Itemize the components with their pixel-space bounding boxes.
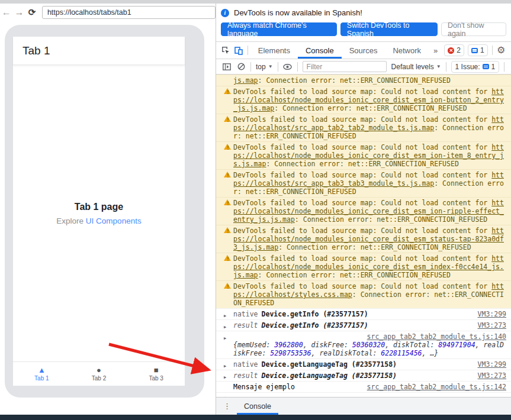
- log-kind-label: result: [233, 371, 258, 380]
- tab-console[interactable]: Console: [298, 42, 342, 59]
- context-selector[interactable]: top ▼: [253, 63, 275, 71]
- warning-text: DevTools failed to load source map: Coul…: [233, 282, 491, 290]
- url-bar[interactable]: https://localhost/tabs/tab1: [42, 6, 216, 19]
- console-warning-row: DevTools failed to load source map: Coul…: [216, 280, 511, 308]
- log-levels-selector[interactable]: Default levels ▼: [389, 63, 443, 71]
- expand-triangle-icon[interactable]: ▶: [224, 373, 226, 382]
- console-warning-row: DevTools failed to load source map: Coul…: [216, 141, 511, 169]
- console-warning-row: DevTools failed to load source map: Coul…: [216, 197, 511, 225]
- circle-icon: ●: [97, 366, 101, 374]
- warning-text: DevTools failed to load source map: Coul…: [233, 254, 491, 263]
- object-preview: ▶{memUsed: 3962800, diskFree: 50360320, …: [233, 341, 506, 357]
- taskbar-edge: [0, 415, 511, 420]
- inspect-element-icon[interactable]: [221, 44, 231, 56]
- source-location-link[interactable]: VM3:273: [472, 321, 506, 329]
- ui-components-link[interactable]: UI Components: [86, 217, 142, 225]
- devtools-tabbar: ElementsConsoleSourcesNetwork » ✕ 2 1 ⚙: [216, 41, 511, 59]
- console-warning-row: js.map: Connection error: net::ERR_CONNE…: [216, 75, 511, 86]
- app-tab-tab2[interactable]: ●Tab 2: [70, 362, 128, 386]
- expand-triangle-icon[interactable]: ▶: [224, 362, 226, 370]
- don-t-show-again-button[interactable]: Don't show again: [441, 22, 506, 36]
- source-location-link[interactable]: VM3:299: [472, 360, 506, 369]
- triangle-icon: ▲: [38, 366, 46, 374]
- chevron-down-icon: ▼: [436, 64, 441, 69]
- info-icon: i: [221, 9, 229, 17]
- number-value: 5298753536: [270, 349, 311, 357]
- source-map-link[interactable]: js.map: [233, 76, 258, 85]
- banner-text: DevTools is now available in Spanish!: [234, 8, 362, 17]
- warning-icon: [224, 199, 231, 205]
- back-icon[interactable]: ←: [0, 6, 13, 19]
- console-warning-row: DevTools failed to load source map: Coul…: [216, 169, 511, 197]
- reload-icon[interactable]: ⟳: [25, 6, 38, 19]
- issues-button[interactable]: 1 Issue: 1: [451, 61, 500, 73]
- console-warning-row: DevTools failed to load source map: Coul…: [216, 225, 511, 253]
- warning-text: DevTools failed to load source map: Coul…: [233, 199, 491, 207]
- app-header: Tab 1: [13, 37, 185, 65]
- clear-console-icon[interactable]: [235, 61, 247, 73]
- more-tabs-icon[interactable]: »: [429, 46, 442, 55]
- drawer-tab-console[interactable]: Console: [237, 398, 278, 415]
- app-content: Tab 1 page Explore UI Components: [13, 65, 185, 361]
- tab-elements[interactable]: Elements: [250, 42, 298, 59]
- page-title: Tab 1 page: [75, 202, 123, 212]
- console-warning-row: DevTools failed to load source map: Coul…: [216, 114, 511, 141]
- settings-gear-icon[interactable]: ⚙: [496, 44, 506, 56]
- switch-devtools-to-spanish-button[interactable]: Switch DevTools to Spanish: [340, 22, 438, 36]
- expand-triangle-icon[interactable]: ▶: [224, 312, 226, 320]
- tab-network[interactable]: Network: [385, 42, 429, 59]
- app-tab-tab3[interactable]: ■Tab 3: [127, 362, 185, 386]
- devtools-language-banner: i DevTools is now available in Spanish! …: [216, 4, 511, 41]
- source-location-link[interactable]: src_app_tab2_tab2_module_ts.js:140: [361, 332, 506, 341]
- always-match-chrome-s-language-button[interactable]: Always match Chrome's language: [221, 22, 337, 36]
- number-value: 6228115456: [381, 349, 422, 357]
- expand-triangle-icon[interactable]: ▶: [224, 323, 226, 331]
- filter-input[interactable]: [303, 61, 387, 72]
- warning-text: DevTools failed to load source map: Coul…: [233, 88, 491, 96]
- log-kind-label: native: [233, 310, 258, 318]
- chat-icon: [483, 64, 489, 69]
- warning-text: : Connection error: net::ERR_CONNECTION_…: [266, 160, 458, 168]
- log-message: Mensaje ejemplo: [233, 383, 295, 391]
- source-location-link[interactable]: src_app_tab2_tab2_module_ts.js:142: [361, 383, 506, 391]
- app-tab-label: Tab 2: [92, 375, 106, 382]
- warning-text: : Connection error: net::ERR_CONNECTION_…: [295, 215, 487, 224]
- tab-sources[interactable]: Sources: [342, 42, 385, 59]
- log-message: Device.getInfo (#23577157): [262, 310, 368, 318]
- device-frame: Tab 1 Tab 1 page Explore UI Components ▲…: [5, 25, 204, 398]
- kebab-menu-icon[interactable]: ⋮: [223, 402, 231, 411]
- console-toolbar: top ▼ Default levels ▼ 1 Issue: 1: [216, 59, 511, 75]
- source-location-link[interactable]: VM3:299: [472, 310, 506, 318]
- app-tab-tab1[interactable]: ▲Tab 1: [13, 362, 70, 386]
- square-icon: ■: [154, 366, 159, 374]
- expand-triangle-icon[interactable]: ▶: [224, 334, 226, 343]
- console-object-row: src_app_tab2_tab2_module_ts.js:140▶{memU…: [216, 331, 511, 358]
- explore-line: Explore UI Components: [56, 217, 141, 225]
- error-icon: ✕: [448, 47, 454, 54]
- source-location-link[interactable]: VM3:273: [472, 371, 506, 380]
- log-message: Device.getInfo (#23577157): [262, 321, 368, 329]
- error-count-badge[interactable]: ✕ 2: [444, 44, 464, 56]
- console-log-row: ▶nativeDevice.getLanguageTag (#23577158)…: [216, 358, 511, 370]
- warning-icon: [224, 283, 231, 289]
- banner-buttons: Always match Chrome's languageSwitch Dev…: [221, 22, 506, 36]
- live-expression-eye-icon[interactable]: [282, 61, 294, 73]
- forward-icon[interactable]: →: [13, 6, 26, 19]
- issue-count: 1: [491, 63, 496, 71]
- levels-label: Default levels: [391, 63, 434, 71]
- app-tab-label: Tab 1: [34, 375, 49, 382]
- url-text: https://localhost/tabs/tab1: [47, 8, 131, 17]
- error-count: 2: [457, 46, 461, 54]
- number-value: 3962800: [274, 341, 303, 349]
- app-tab-label: Tab 3: [149, 375, 163, 382]
- console-sidebar-icon[interactable]: [221, 61, 233, 73]
- console-message-list: js.map: Connection error: net::ERR_CONNE…: [216, 75, 511, 400]
- chat-icon: [471, 48, 478, 53]
- device-toolbar-icon[interactable]: [233, 44, 243, 56]
- log-message: Device.getLanguageTag (#23577158): [262, 360, 397, 369]
- message-count-badge[interactable]: 1: [468, 44, 488, 56]
- warning-text: DevTools failed to load source map: Coul…: [233, 115, 491, 124]
- message-count: 1: [480, 46, 484, 54]
- warning-text: : Connection error: net::ERR_CONNECTION_…: [274, 104, 467, 112]
- warning-text: DevTools failed to load source map: Coul…: [233, 143, 491, 151]
